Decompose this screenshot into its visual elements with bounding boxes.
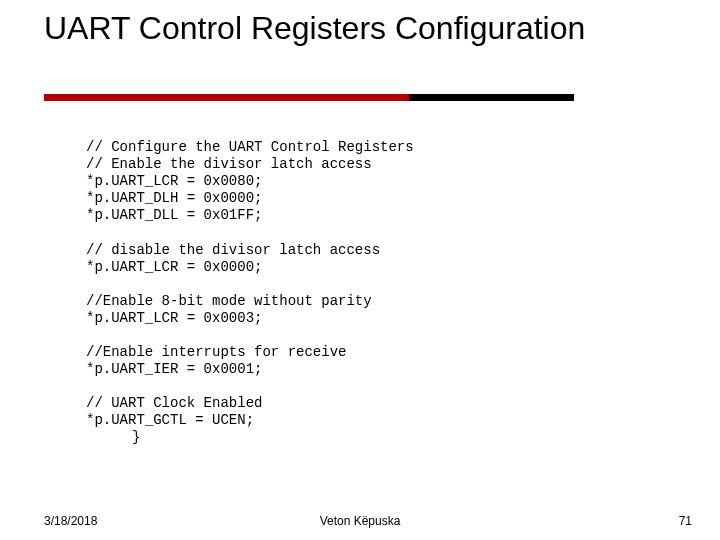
code-line: *p.UART_DLL = 0x01FF; — [86, 207, 262, 223]
slide: UART Control Registers Configuration // … — [0, 0, 720, 540]
code-line: // Enable the divisor latch access — [86, 156, 372, 172]
code-block: // Configure the UART Control Registers … — [86, 122, 414, 429]
code-line: *p.UART_IER = 0x0001; — [86, 361, 262, 377]
code-line: // Configure the UART Control Registers — [86, 139, 414, 155]
code-line: //Enable interrupts for receive — [86, 344, 346, 360]
slide-title: UART Control Registers Configuration — [44, 10, 585, 47]
code-closing-brace: } — [132, 429, 140, 446]
code-line: //Enable 8-bit mode without parity — [86, 293, 372, 309]
code-line: *p.UART_GCTL = UCEN; — [86, 412, 254, 428]
footer-author: Veton Këpuska — [0, 514, 720, 528]
code-line: // UART Clock Enabled — [86, 395, 262, 411]
code-line: // disable the divisor latch access — [86, 242, 380, 258]
code-line: *p.UART_DLH = 0x0000; — [86, 190, 262, 206]
footer-page-number: 71 — [679, 514, 692, 528]
code-line: *p.UART_LCR = 0x0000; — [86, 259, 262, 275]
code-line: *p.UART_LCR = 0x0003; — [86, 310, 262, 326]
title-underline-red — [44, 94, 409, 101]
code-line: *p.UART_LCR = 0x0080; — [86, 173, 262, 189]
